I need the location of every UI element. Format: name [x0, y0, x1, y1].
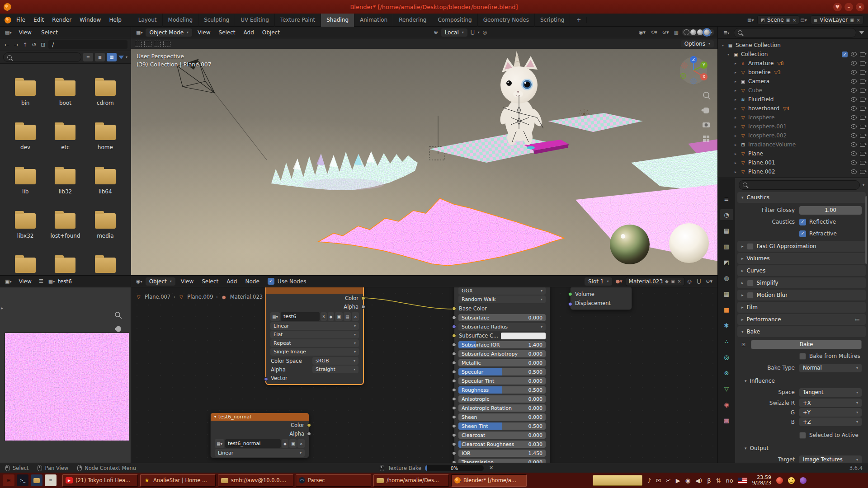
properties-tab-physics[interactable]: ◎ — [720, 352, 733, 362]
shader-menu-view[interactable]: View — [177, 277, 198, 286]
folder-item-lost-found[interactable]: lost+found — [50, 213, 80, 258]
disable-render-icon[interactable] — [860, 161, 865, 165]
input-socket[interactable] — [452, 388, 456, 392]
properties-search-input[interactable] — [739, 180, 860, 190]
hide-viewport-icon[interactable] — [851, 97, 857, 102]
slider-specular-tint[interactable]: Specular Tint0.000 — [458, 377, 546, 385]
outliner-row-icosphere-002[interactable]: ▸▽Icosphere.002 — [718, 131, 868, 140]
filter-glossy-value[interactable]: 1.00 — [799, 206, 862, 215]
outliner-row-bonefire[interactable]: ▸▽bonefire▽3 — [718, 68, 868, 77]
taskbar-window-parsec[interactable]: ◠Parsec — [296, 474, 371, 487]
blender-menu-icon[interactable] — [5, 17, 11, 23]
slider-subsurface[interactable]: Subsurface0.000 — [458, 314, 546, 321]
menu-window[interactable]: Window — [75, 15, 105, 24]
input-socket[interactable] — [452, 316, 456, 320]
hide-viewport-icon[interactable] — [851, 151, 857, 156]
select-intersect-tool-icon[interactable] — [163, 41, 170, 47]
properties-tab-material[interactable]: ◉ — [720, 399, 733, 410]
fake-user-shield-icon[interactable]: ◆ — [282, 439, 288, 448]
workspace-tab-compositing[interactable]: Compositing — [432, 14, 477, 27]
principled-bsdf-node[interactable]: GGX▾ Random Walk▾ Base ColorSubsurface0.… — [454, 287, 550, 463]
orientation-dropdown[interactable]: Local▾ — [441, 28, 467, 37]
white-sphere[interactable] — [669, 223, 709, 263]
outliner-row-icosphere-001[interactable]: ▸▽Icosphere.001 — [718, 122, 868, 131]
disable-render-icon[interactable] — [860, 116, 865, 120]
disclosure-icon[interactable]: ▸ — [733, 152, 738, 156]
breadcrumb-object[interactable]: Plane.009 — [187, 294, 213, 300]
node-canvas[interactable]: ▽ Plane.007 › ▽ Plane.009 › ● Material.0… — [131, 287, 717, 463]
editor-type-icon[interactable]: ▦▾ — [134, 29, 144, 36]
display-detail-icon[interactable]: ≣ — [95, 53, 105, 61]
scene-selector[interactable]: ◩ Scene ▣ × — [757, 15, 799, 24]
mode-dropdown[interactable]: Object Mode▾ — [146, 28, 192, 37]
properties-tab-particles[interactable]: ∴ — [720, 336, 733, 347]
properties-tab-world[interactable]: ◍ — [720, 272, 733, 283]
section-checkbox[interactable] — [747, 292, 754, 299]
menu-help[interactable]: Help — [105, 15, 125, 24]
tray-minimized-window[interactable] — [593, 475, 642, 486]
breadcrumb-object[interactable]: Plane.007 — [145, 294, 170, 300]
bake-type-dropdown[interactable]: Normal▾ — [799, 364, 862, 372]
alpha-output-socket[interactable] — [307, 432, 311, 436]
swizzle-g-dropdown[interactable]: +Y▾ — [799, 408, 862, 417]
workspace-tab-modeling[interactable]: Modeling — [163, 14, 199, 27]
disable-render-icon[interactable] — [860, 107, 865, 111]
clock[interactable]: 23:59 9/28/23 — [752, 475, 771, 486]
workspace-tab-geometry-nodes[interactable]: Geometry Nodes — [478, 14, 535, 27]
interpolation-dropdown[interactable]: Linear▾ — [270, 322, 359, 330]
unlink-material-icon[interactable]: × — [677, 279, 681, 284]
outliner-row-plane[interactable]: ▸▽Plane — [718, 149, 868, 158]
outliner-row-plane-002[interactable]: ▸▽Plane.002 — [718, 167, 868, 176]
red-orb-icon[interactable] — [776, 477, 783, 484]
slider-anisotropic-rotation[interactable]: Anisotropic Rotation0.000 — [458, 404, 546, 412]
section-checkbox[interactable] — [747, 243, 754, 250]
section-bake[interactable]: ▾Bake — [737, 326, 866, 337]
start-menu-button[interactable]: ⊞ — [3, 474, 14, 486]
image-name-field[interactable]: test6_normal — [225, 439, 281, 448]
folder-item-boot[interactable]: boot — [55, 80, 75, 125]
slider-ior[interactable]: IOR1.450 — [458, 450, 546, 457]
new-image-icon[interactable]: ▣ — [335, 312, 343, 321]
hide-viewport-icon[interactable] — [851, 88, 857, 93]
properties-tab-object-data[interactable]: ▽ — [720, 383, 733, 394]
extension-dropdown[interactable]: Repeat▾ — [270, 339, 359, 347]
input-socket[interactable] — [452, 361, 456, 365]
breadcrumb-material[interactable]: Material.023 — [230, 294, 263, 300]
disclosure-icon[interactable]: ▸ — [733, 161, 738, 165]
folder-item-bin[interactable]: bin — [15, 80, 36, 125]
refresh-icon[interactable]: ↺ — [30, 42, 38, 48]
editor-type-icon[interactable]: ▤▾ — [3, 29, 13, 36]
workspace-tab-rendering[interactable]: Rendering — [393, 14, 432, 27]
workspace-tab-scripting[interactable]: Scripting — [535, 14, 570, 27]
folder-item-lib32[interactable]: lib32 — [55, 169, 75, 213]
viewport-menu-add[interactable]: Add — [240, 28, 258, 37]
properties-tab-constraints[interactable]: ⊗ — [720, 367, 733, 378]
properties-tab-output[interactable]: ▤ — [720, 225, 733, 236]
unlink-image-icon[interactable]: × — [297, 439, 305, 448]
alpha-mode-dropdown[interactable]: Straight▾ — [312, 366, 359, 373]
outliner-row-fluidfield[interactable]: ▸≋FluidField — [718, 95, 868, 104]
snap-magnet-icon[interactable]: ⋃ — [469, 29, 476, 36]
vector-input-socket[interactable] — [264, 377, 268, 381]
properties-tab-render[interactable]: ◔ — [720, 209, 733, 220]
proportional-edit-icon[interactable]: ◎ — [481, 29, 489, 36]
input-socket[interactable] — [452, 343, 456, 347]
slider-sheen[interactable]: Sheen0.000 — [458, 413, 546, 421]
disclosure-icon[interactable]: ▸ — [733, 61, 738, 66]
open-image-icon[interactable]: ▤ — [344, 312, 351, 321]
select-subtract-tool-icon[interactable] — [154, 41, 161, 47]
properties-tab-tool[interactable]: ≡ — [720, 193, 733, 204]
subsection-influence[interactable]: ▾Influence — [741, 375, 866, 386]
selected-to-active-checkbox[interactable]: Selected to Active — [799, 432, 859, 439]
fake-user-shield-icon[interactable]: ◆ — [665, 279, 669, 284]
slider-clearcoat[interactable]: Clearcoat0.000 — [458, 432, 546, 439]
presets-icon[interactable]: ≔ — [853, 316, 862, 323]
folder-item-etc[interactable]: etc — [55, 125, 75, 169]
hide-viewport-icon[interactable] — [851, 115, 857, 120]
grapes-icon[interactable] — [800, 477, 807, 484]
filter-icon[interactable] — [859, 31, 864, 34]
browse-image-icon[interactable]: ▦▾ — [215, 439, 224, 448]
disable-render-icon[interactable] — [860, 152, 865, 156]
editor-type-icon[interactable]: ≣▾ — [722, 29, 731, 36]
browse-scene-icon[interactable]: ▦▾ — [747, 18, 754, 23]
